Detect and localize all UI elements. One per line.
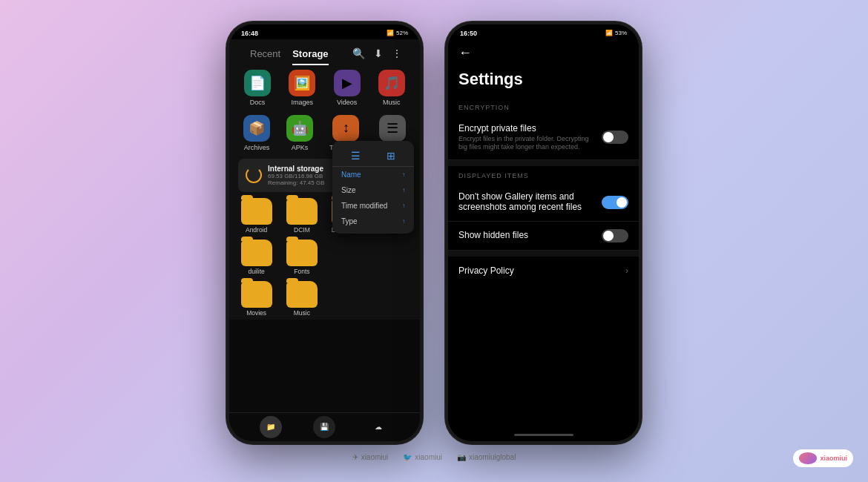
transfers-icon: ↕ [332, 115, 359, 142]
folder-music-icon [286, 281, 318, 308]
docs-label: Docs [250, 99, 266, 106]
settings-nav: ← [448, 39, 639, 67]
phone1-status-icons: 📶 52% [387, 30, 408, 36]
settings-divider1 [448, 160, 639, 166]
folder-android-label: Android [246, 226, 267, 234]
hidden-files-item: Show hidden files [448, 222, 639, 251]
sort-view-toggle: ☰ ⊞ [332, 145, 414, 167]
gallery-toggle[interactable] [602, 196, 628, 209]
bottom-tab3[interactable]: ☁ [367, 416, 389, 438]
folder-music-label: Music [294, 309, 310, 317]
footer-xiaomiuiglobal: xiaomiuiglobal [469, 453, 516, 461]
phone2-status-icons: 📶 53% [605, 30, 627, 36]
videos-label: Videos [337, 99, 357, 106]
telegram-icon: ✈ [352, 453, 358, 461]
sort-name-label: Name [341, 171, 361, 179]
encrypt-files-text: Encrypt private files Encrypt files in t… [458, 123, 594, 152]
sort-name-arrow: ↑ [402, 171, 405, 178]
list-view-icon[interactable]: ☰ [351, 150, 361, 162]
docs-icon: 📄 [244, 70, 271, 96]
download-icon[interactable]: ⬇ [374, 47, 383, 59]
more-icon[interactable]: ⋮ [392, 47, 402, 59]
logo-text: xiaomiui [820, 455, 847, 462]
folder-dcim-icon [286, 198, 318, 225]
sort-type[interactable]: Type ↑ [332, 214, 414, 229]
hidden-files-title: Show hidden files [458, 230, 594, 240]
sort-size-arrow: ↑ [402, 187, 405, 194]
privacy-policy-label: Privacy Policy [458, 265, 514, 276]
category-images[interactable]: 🖼️ Images [289, 70, 315, 106]
phone2-time: 16:50 [460, 30, 477, 37]
footer-instagram: 📷 xiaomiuiglobal [457, 453, 516, 461]
music-label: Music [383, 99, 401, 106]
folder-empty1 [326, 240, 369, 275]
folder-movies[interactable]: Movies [235, 281, 277, 317]
sort-size-label: Size [341, 186, 355, 194]
folder-dcim[interactable]: DCIM [280, 198, 323, 234]
images-icon: 🖼️ [289, 70, 315, 96]
encrypt-toggle[interactable] [602, 131, 628, 144]
displayed-section-label: DISPLAYED ITEMS [448, 166, 639, 184]
home-indicator [514, 434, 573, 436]
phone2-status-bar: 16:50 📶 53% [448, 24, 639, 39]
folder-android-icon [241, 198, 272, 225]
tab-storage[interactable]: Storage [292, 48, 328, 65]
twitter-icon: 🐦 [403, 453, 412, 461]
gallery-toggle-item: Don't show Gallery items and screenshots… [448, 184, 639, 222]
phone2-content: ← Settings ENCRYPTION Encrypt private fi… [448, 39, 639, 429]
hidden-files-toggle-thumb [603, 231, 614, 241]
folder-empty2 [372, 240, 414, 275]
settings-title: Settings [448, 67, 639, 98]
archives-icon: 📦 [243, 115, 270, 142]
folder-dcim-label: DCIM [294, 226, 310, 234]
images-label: Images [292, 99, 314, 106]
logo-dot [799, 452, 817, 464]
phone1-time: 16:48 [241, 30, 258, 37]
folder-android[interactable]: Android [235, 198, 277, 234]
sort-type-label: Type [341, 217, 358, 225]
phone2: 16:50 📶 53% ← Settings ENCRYPTION [445, 22, 642, 444]
category-archives[interactable]: 📦 Archives [243, 115, 270, 151]
folder-duilite[interactable]: duilite [235, 240, 277, 275]
footer: ✈ xiaomiui 🐦 xiaomiui 📷 xiaomiuiglobal [352, 453, 516, 461]
footer-twitter: 🐦 xiaomiui [403, 453, 442, 461]
more-category-icon: ☰ [379, 115, 406, 142]
category-docs[interactable]: 📄 Docs [244, 70, 271, 106]
archives-label: Archives [244, 144, 270, 151]
xiaomiui-logo: xiaomiui [793, 449, 853, 467]
grid-view-icon[interactable]: ⊞ [387, 150, 395, 162]
folder-duilite-label: duilite [249, 268, 265, 275]
folder-duilite-icon [241, 240, 272, 266]
folder-movies-icon [241, 281, 272, 308]
privacy-policy-link[interactable]: Privacy Policy › [448, 257, 639, 285]
gallery-toggle-thumb [617, 197, 627, 208]
sort-time[interactable]: Time modified ↑ [332, 198, 414, 214]
folder-fonts-icon [286, 240, 318, 266]
category-music[interactable]: 🎵 Music [378, 70, 405, 106]
storage-spinner [246, 167, 262, 183]
tab-recent[interactable]: Recent [250, 48, 280, 65]
sort-name[interactable]: Name ↑ [332, 167, 414, 182]
footer-xiaomiui-1: xiaomiui [361, 453, 389, 461]
gallery-toggle-text: Don't show Gallery items and screenshots… [458, 191, 594, 214]
category-apks[interactable]: 🤖 APKs [286, 115, 313, 151]
hidden-files-toggle[interactable] [602, 229, 628, 242]
folder-fonts[interactable]: Fonts [280, 240, 323, 275]
bottom-tab1[interactable]: 📁 [260, 416, 282, 438]
wifi-icon: 📶 [387, 30, 394, 36]
back-button[interactable]: ← [458, 45, 472, 60]
search-icon[interactable]: 🔍 [352, 47, 365, 59]
bottom-tab2[interactable]: 💾 [313, 416, 335, 438]
folders-grid-row2: duilite Fonts [229, 237, 420, 278]
music-icon: 🎵 [378, 70, 405, 96]
phone2-signal: 📶 [605, 30, 613, 36]
footer-telegram: ✈ xiaomiui [352, 453, 389, 461]
encrypt-files-sub: Encrypt files in the private folder. Dec… [458, 135, 594, 152]
sort-size[interactable]: Size ↑ [332, 182, 414, 198]
folder-music[interactable]: Music [280, 281, 323, 317]
encrypt-files-title: Encrypt private files [458, 123, 594, 133]
apks-label: APKs [292, 144, 309, 151]
category-videos[interactable]: ▶ Videos [334, 70, 361, 106]
categories-row1: 📄 Docs 🖼️ Images ▶ Videos 🎵 [229, 65, 420, 110]
sort-time-label: Time modified [341, 202, 387, 210]
